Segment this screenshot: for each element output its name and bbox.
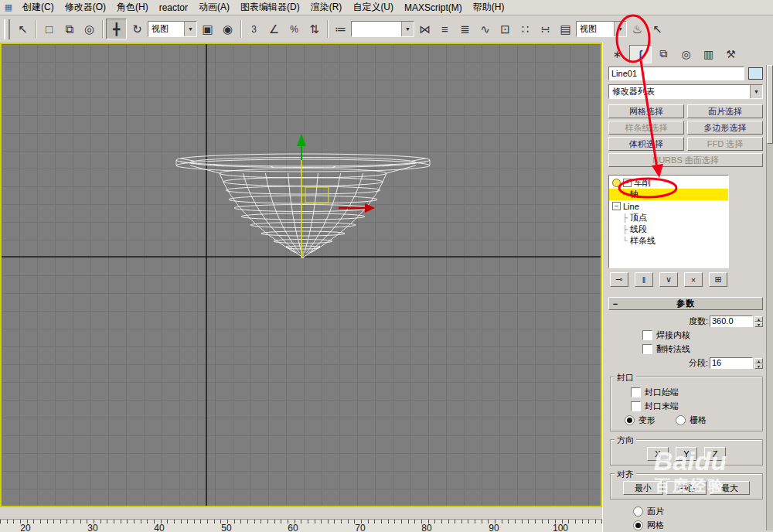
render-view-combo[interactable]: 视图 ▼: [576, 21, 627, 37]
stack-item-lathe[interactable]: − 车削: [609, 177, 728, 189]
object-color-swatch[interactable]: [748, 67, 763, 80]
stack-item-axis[interactable]: ─ 轴: [609, 189, 728, 200]
menu-customize[interactable]: 自定义(U): [347, 0, 399, 15]
cap-morph-radio[interactable]: [625, 415, 635, 425]
flip-normals-checkbox[interactable]: [642, 344, 652, 354]
selection-filter-icon[interactable]: ◎: [80, 19, 99, 39]
output-mesh-radio[interactable]: [633, 520, 643, 530]
panel-scrollbar-thumb[interactable]: [767, 65, 773, 144]
chevron-down-icon[interactable]: ▼: [401, 22, 414, 36]
expander-icon[interactable]: −: [623, 179, 632, 187]
show-end-result-icon[interactable]: ‖: [635, 272, 653, 287]
mirror-icon[interactable]: ⋈: [415, 19, 434, 39]
degrees-field[interactable]: 360.0: [710, 315, 753, 327]
pin-stack-icon[interactable]: ⊸: [610, 272, 628, 287]
render-setup-icon[interactable]: ∺: [536, 19, 555, 39]
tab-utilities-icon[interactable]: ⚒: [720, 46, 741, 63]
toolbar-separator: [240, 20, 241, 38]
mesh-select-button[interactable]: 网格选择: [608, 104, 684, 118]
configure-modifier-sets-icon[interactable]: ⊞: [709, 272, 727, 287]
reference-coordinate-combo[interactable]: 视图 ▼: [148, 21, 197, 37]
direction-x-button[interactable]: X: [647, 447, 669, 461]
lathe-wireframe-object[interactable]: [176, 154, 430, 258]
tab-modify-icon[interactable]: ∫: [629, 45, 652, 63]
tab-display-icon[interactable]: ▥: [698, 46, 719, 63]
stack-item-segment[interactable]: ├ 线段: [609, 223, 728, 235]
cap-end-checkbox[interactable]: [631, 401, 641, 411]
cap-start-checkbox[interactable]: [631, 387, 641, 397]
direction-z-button[interactable]: Z: [704, 447, 726, 461]
spinner-up-icon[interactable]: ▴: [754, 316, 763, 322]
chevron-down-icon[interactable]: ▼: [750, 85, 762, 98]
selection-region-icon[interactable]: □: [39, 19, 59, 39]
tab-motion-icon[interactable]: ◎: [676, 46, 696, 63]
weld-core-checkbox[interactable]: [642, 330, 652, 340]
select-and-rotate-icon[interactable]: ↻: [128, 19, 147, 39]
layer-manager-icon[interactable]: ≣: [455, 19, 475, 39]
ruler-number: 30: [87, 523, 97, 532]
chevron-down-icon[interactable]: ▼: [614, 22, 626, 36]
expander-icon[interactable]: −: [612, 202, 621, 210]
menu-modifiers[interactable]: 修改器(O): [60, 0, 111, 15]
stack-item-vertex[interactable]: ├ 顶点: [609, 212, 728, 223]
window-crossing-icon[interactable]: ⧉: [60, 19, 79, 39]
cursor-icon[interactable]: ↖: [648, 19, 667, 39]
menu-help[interactable]: 帮助(H): [468, 0, 510, 15]
menu-reactor[interactable]: reactor: [154, 1, 193, 15]
parameters-rollout-header[interactable]: − 参数: [608, 297, 763, 310]
spinner-up-icon[interactable]: ▴: [754, 358, 763, 363]
chevron-down-icon[interactable]: ▼: [184, 22, 196, 36]
modifier-list-dropdown[interactable]: 修改器列表 ▼: [608, 84, 763, 99]
menu-maxscript[interactable]: MAXScript(M): [399, 1, 468, 15]
tab-create-icon[interactable]: ∗: [607, 46, 628, 63]
vol-select-button[interactable]: 体积选择: [608, 137, 684, 151]
quick-render-teapot-icon[interactable]: ♨: [628, 19, 647, 39]
direction-y-button[interactable]: Y: [676, 447, 697, 461]
time-slider-strip[interactable]: [0, 507, 602, 519]
lightbulb-icon[interactable]: [612, 179, 621, 187]
render-type-icon[interactable]: ▤: [556, 19, 575, 39]
select-and-scale-icon[interactable]: ▣: [198, 19, 217, 39]
panel-scrollbar[interactable]: [766, 65, 773, 530]
spinner-down-icon[interactable]: ▾: [754, 322, 763, 327]
tab-hierarchy-icon[interactable]: ⧉: [653, 46, 674, 63]
schematic-view-icon[interactable]: ⊡: [495, 19, 515, 39]
menu-create[interactable]: 创建(C): [17, 0, 60, 15]
select-and-move-icon[interactable]: ╋: [106, 19, 127, 39]
stack-item-spline[interactable]: └ 样条线: [609, 235, 728, 247]
segments-spinner[interactable]: ▴ ▾: [754, 358, 763, 369]
menu-character[interactable]: 角色(H): [111, 0, 154, 15]
viewport-front[interactable]: [0, 43, 602, 507]
align-max-button[interactable]: 最大: [710, 481, 750, 495]
align-center-button[interactable]: 中心: [666, 481, 707, 495]
make-unique-icon[interactable]: ∨: [659, 272, 678, 287]
segments-field[interactable]: 16: [710, 357, 753, 369]
curve-editor-icon[interactable]: ∿: [475, 19, 495, 39]
use-pivot-center-icon[interactable]: ◉: [218, 19, 237, 39]
toolbar-grip[interactable]: [4, 19, 10, 39]
menu-animation[interactable]: 动画(A): [193, 0, 235, 15]
object-name-field[interactable]: Line01: [608, 66, 744, 80]
angle-snap-icon[interactable]: ∠: [264, 19, 284, 39]
edit-named-selections-icon[interactable]: ≔: [331, 19, 350, 39]
align-icon[interactable]: ≡: [435, 19, 455, 39]
percent-snap-icon[interactable]: %: [284, 19, 304, 39]
named-selection-combo[interactable]: ▼: [351, 21, 414, 37]
patch-select-button[interactable]: 面片选择: [687, 104, 763, 118]
menu-graph-editors[interactable]: 图表编辑器(D): [235, 0, 305, 15]
cap-grid-radio[interactable]: [676, 415, 686, 425]
degrees-spinner[interactable]: ▴ ▾: [754, 316, 763, 327]
stack-item-line[interactable]: − Line: [609, 200, 728, 212]
cap-morph-label: 变形: [638, 414, 656, 426]
remove-modifier-icon[interactable]: ×: [684, 272, 703, 287]
output-patch-radio[interactable]: [633, 506, 643, 517]
spinner-down-icon[interactable]: ▾: [754, 363, 763, 369]
poly-select-button[interactable]: 多边形选择: [687, 121, 763, 135]
track-bar-ruler[interactable]: 20 30 40 50 60 70 80 90 100: [0, 519, 602, 532]
snap-toggle-3d-icon[interactable]: 3: [244, 19, 264, 39]
select-object-icon[interactable]: ↖: [13, 19, 32, 39]
menu-rendering[interactable]: 渲染(R): [305, 0, 348, 15]
align-min-button[interactable]: 最小: [623, 481, 663, 495]
material-editor-icon[interactable]: ∷: [516, 19, 535, 39]
spinner-snap-icon[interactable]: ⇅: [305, 19, 324, 39]
